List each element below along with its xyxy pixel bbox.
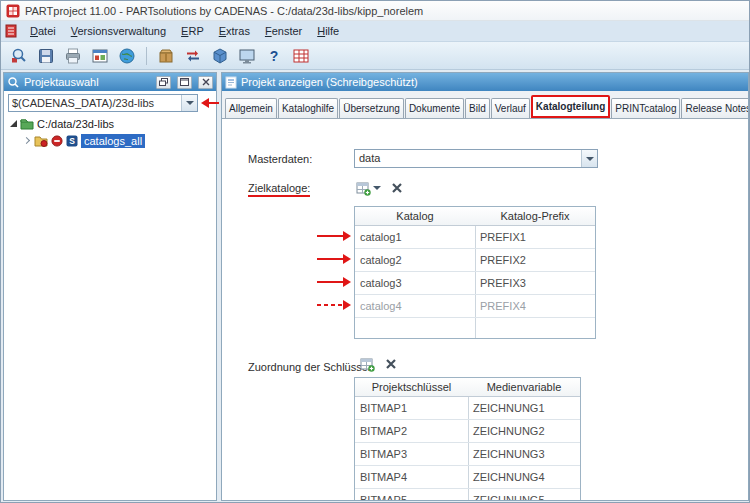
quality-table-button[interactable] bbox=[289, 44, 313, 67]
catalog-cell[interactable]: catalog2 bbox=[355, 249, 475, 271]
table-row: catalog1 PREFIX1 bbox=[355, 226, 595, 249]
tree-root-row[interactable]: C:/data/23d-libs bbox=[4, 115, 216, 132]
project-search-button[interactable] bbox=[7, 44, 31, 67]
path-combo-dropdown-button[interactable] bbox=[181, 95, 197, 111]
delete-x-icon bbox=[391, 182, 403, 194]
add-target-catalog-button[interactable] bbox=[354, 178, 383, 198]
masterdaten-dropdown-button[interactable] bbox=[581, 150, 597, 167]
print-icon bbox=[64, 47, 82, 65]
key-table-toolbar bbox=[358, 354, 399, 374]
panel-close-button[interactable] bbox=[198, 76, 213, 89]
panel-maximize-button[interactable] bbox=[177, 76, 192, 89]
globe-icon bbox=[118, 47, 136, 65]
table-row: BITMAP4 ZEICHNUNG4 bbox=[355, 466, 580, 489]
tab-bar: Allgemein Kataloghilfe Übersetzung Dokum… bbox=[222, 91, 748, 119]
app-window: PARTproject 11.00 - PARTsolutions by CAD… bbox=[0, 0, 750, 503]
key-cell[interactable]: BITMAP5 bbox=[355, 489, 468, 501]
chevron-down-icon bbox=[373, 186, 381, 190]
table-row: catalog3 PREFIX3 bbox=[355, 272, 595, 295]
variable-cell[interactable]: ZEICHNUNG4 bbox=[468, 466, 580, 488]
annotation-arrow-row1 bbox=[317, 230, 351, 242]
save-icon bbox=[37, 47, 55, 65]
prefix-cell[interactable]: PREFIX4 bbox=[475, 295, 595, 317]
window-title: PARTproject 11.00 - PARTsolutions by CAD… bbox=[25, 5, 423, 17]
right-panel-header: Projekt anzeigen (Schreibgeschützt) bbox=[222, 73, 748, 91]
column-header-katalog: Katalog bbox=[355, 207, 475, 225]
menu-bar: Datei Versionsverwaltung ERP Extras Fens… bbox=[1, 21, 749, 42]
tab-printcatalog[interactable]: PRINTcatalog bbox=[611, 98, 680, 118]
menu-fenster[interactable]: Fenster bbox=[258, 22, 309, 40]
package-button[interactable] bbox=[154, 44, 178, 67]
report-icon bbox=[91, 47, 109, 65]
tab-release-notes[interactable]: Release Notes bbox=[681, 98, 748, 118]
tab-content-katalogteilung: Masterdaten: data Zielkataloge: bbox=[222, 120, 748, 500]
svn-status-icon: S bbox=[66, 135, 78, 147]
float-icon bbox=[159, 78, 168, 86]
document-icon bbox=[5, 24, 18, 38]
svg-text:S: S bbox=[69, 136, 75, 146]
variable-cell[interactable]: ZEICHNUNG5 bbox=[468, 489, 580, 501]
variable-cell[interactable]: ZEICHNUNG1 bbox=[468, 397, 580, 419]
catalog-table-toolbar bbox=[354, 178, 405, 198]
panel-float-button[interactable] bbox=[156, 76, 171, 89]
replicate-button[interactable] bbox=[181, 44, 205, 67]
prefix-cell[interactable]: PREFIX1 bbox=[475, 226, 595, 248]
cube-button[interactable] bbox=[208, 44, 232, 67]
report-button[interactable] bbox=[88, 44, 112, 67]
expander-closed-icon[interactable] bbox=[23, 137, 30, 144]
panel-search-icon bbox=[7, 76, 20, 89]
prefix-cell[interactable]: PREFIX2 bbox=[475, 249, 595, 271]
maximize-icon bbox=[180, 78, 189, 86]
chevron-down-icon bbox=[186, 101, 194, 105]
left-panel-title: Projektauswahl bbox=[24, 76, 150, 88]
prefix-cell[interactable]: PREFIX3 bbox=[475, 272, 595, 294]
key-cell[interactable]: BITMAP4 bbox=[355, 466, 468, 488]
help-button[interactable]: ? bbox=[262, 44, 286, 67]
tab-uebersetzung[interactable]: Übersetzung bbox=[339, 98, 404, 118]
key-cell[interactable]: BITMAP2 bbox=[355, 420, 468, 442]
menu-datei[interactable]: Datei bbox=[23, 22, 63, 40]
online-button[interactable] bbox=[115, 44, 139, 67]
catalog-cell[interactable]: catalog3 bbox=[355, 272, 475, 294]
key-cell[interactable]: BITMAP1 bbox=[355, 397, 468, 419]
menu-extras[interactable]: Extras bbox=[212, 22, 257, 40]
remove-key-mapping-button[interactable] bbox=[383, 354, 399, 374]
project-selection-panel: Projektauswahl $(CADENAS_DATA)/2 bbox=[3, 72, 217, 501]
help-icon: ? bbox=[265, 47, 283, 65]
add-key-mapping-button[interactable] bbox=[358, 354, 377, 374]
catalog-cell[interactable]: catalog4 bbox=[355, 295, 475, 317]
key-cell[interactable]: BITMAP3 bbox=[355, 443, 468, 465]
tree-child-label[interactable]: catalogs_all bbox=[81, 134, 145, 148]
table-row: BITMAP3 ZEICHNUNG3 bbox=[355, 443, 580, 466]
expander-open-icon[interactable] bbox=[10, 120, 17, 127]
variable-cell[interactable]: ZEICHNUNG2 bbox=[468, 420, 580, 442]
folder-lock-icon bbox=[34, 134, 48, 147]
masterdaten-select[interactable]: data bbox=[354, 149, 598, 168]
annotation-arrow-row4 bbox=[317, 299, 351, 311]
right-panel-title: Projekt anzeigen (Schreibgeschützt) bbox=[241, 76, 745, 88]
column-header-medienvariable: Medienvariable bbox=[468, 378, 580, 396]
annotation-arrow-shaft bbox=[317, 281, 343, 283]
monitor-button[interactable] bbox=[235, 44, 259, 67]
tab-kataloghilfe[interactable]: Kataloghilfe bbox=[278, 98, 338, 118]
tab-verlauf[interactable]: Verlauf bbox=[491, 98, 530, 118]
variable-cell[interactable]: ZEICHNUNG3 bbox=[468, 443, 580, 465]
tab-allgemein[interactable]: Allgemein bbox=[225, 98, 277, 118]
menu-versionsverwaltung[interactable]: Versionsverwaltung bbox=[64, 22, 173, 40]
tree-child-row[interactable]: S catalogs_all bbox=[4, 132, 216, 149]
save-button[interactable] bbox=[34, 44, 58, 67]
table-row: BITMAP1 ZEICHNUNG1 bbox=[355, 397, 580, 420]
menu-erp[interactable]: ERP bbox=[174, 22, 211, 40]
menu-hilfe[interactable]: Hilfe bbox=[310, 22, 346, 40]
path-combobox[interactable]: $(CADENAS_DATA)/23d-libs bbox=[8, 94, 198, 112]
remove-target-catalog-button[interactable] bbox=[389, 178, 405, 198]
app-icon bbox=[6, 4, 20, 18]
tab-katalogteilung[interactable]: Katalogteilung bbox=[531, 95, 610, 118]
print-button[interactable] bbox=[61, 44, 85, 67]
catalog-cell[interactable]: catalog1 bbox=[355, 226, 475, 248]
project-tree: C:/data/23d-libs S catalogs_all bbox=[4, 115, 216, 149]
table-row: catalog4 PREFIX4 bbox=[355, 295, 595, 318]
tab-bild[interactable]: Bild bbox=[465, 98, 490, 118]
tab-dokumente[interactable]: Dokumente bbox=[405, 98, 464, 118]
add-table-icon bbox=[360, 357, 375, 372]
